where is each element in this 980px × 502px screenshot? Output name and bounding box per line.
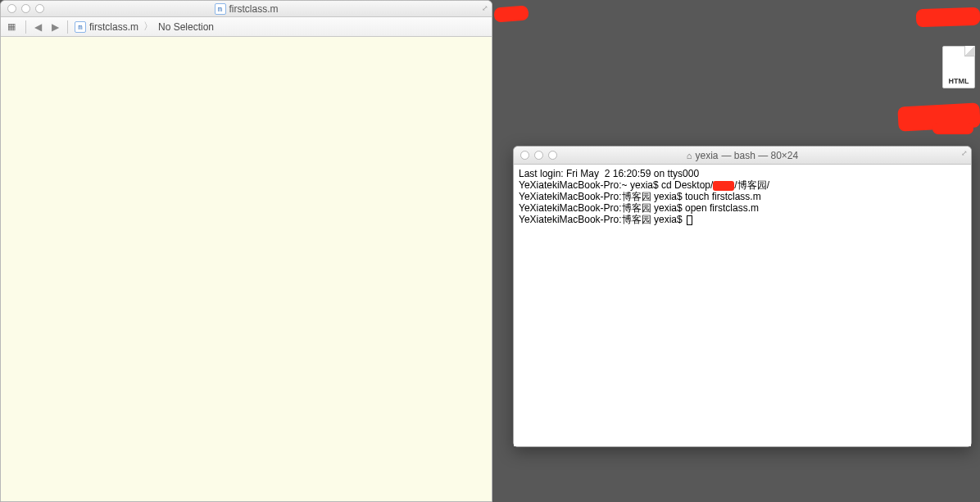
terminal-content-area[interactable]: Last login: Fri May 2 16:20:59 on ttys00… <box>514 165 971 446</box>
breadcrumb-file[interactable]: m firstclass.m <box>71 21 142 33</box>
jump-bar: ▦ ◀ ▶ m firstclass.m 〉 No Selection <box>1 17 492 37</box>
nav-forward-button[interactable]: ▶ <box>47 21 64 33</box>
close-button[interactable] <box>7 4 16 13</box>
fullscreen-icon[interactable]: ⤢ <box>961 149 968 157</box>
desktop-redaction-2 <box>916 7 980 28</box>
close-button[interactable] <box>520 151 529 160</box>
zoom-button[interactable] <box>35 4 44 13</box>
separator <box>67 20 68 34</box>
desktop-redaction-3b <box>932 123 973 134</box>
fullscreen-icon[interactable]: ⤢ <box>482 4 488 12</box>
minimize-button[interactable] <box>534 151 543 160</box>
terminal-title-rest: — bash — 80×24 <box>721 150 798 161</box>
zoom-button[interactable] <box>548 151 557 160</box>
desktop-redaction-1 <box>493 6 529 23</box>
editor-content-area[interactable] <box>1 37 492 501</box>
related-items-icon[interactable]: ▦ <box>7 21 16 32</box>
breadcrumb-selection-label: No Selection <box>158 21 214 33</box>
home-icon: ⌂ <box>687 151 692 161</box>
minimize-button[interactable] <box>21 4 30 13</box>
editor-title-text: firstclass.m <box>229 3 279 15</box>
nav-back-button[interactable]: ◀ <box>29 21 47 33</box>
terminal-line: Last login: Fri May 2 16:20:59 on ttys00… <box>519 168 966 179</box>
editor-window: m firstclass.m ⤢ ▦ ◀ ▶ m firstclass.m 〉 … <box>0 0 492 502</box>
breadcrumb-selection[interactable]: No Selection <box>155 21 217 33</box>
editor-traffic-lights <box>7 4 44 13</box>
terminal-cursor <box>687 215 692 225</box>
chevron-right-icon: 〉 <box>142 20 155 34</box>
terminal-prompt: YeXiatekiMacBook-Pro:博客园 yexia$ <box>519 214 685 225</box>
terminal-text: /博客园/ <box>734 179 769 191</box>
terminal-redaction <box>713 181 734 191</box>
terminal-titlebar[interactable]: ⌂ yexia — bash — 80×24 ⤢ <box>514 147 971 165</box>
terminal-title: ⌂ yexia — bash — 80×24 <box>514 150 971 161</box>
file-type-m-icon: m <box>75 21 86 33</box>
breadcrumb-file-label: firstclass.m <box>89 21 138 33</box>
terminal-line: YeXiatekiMacBook-Pro:博客园 yexia$ <box>519 214 966 225</box>
terminal-text: YeXiatekiMacBook-Pro:~ yexia$ cd Desktop… <box>519 179 713 191</box>
separator <box>25 20 26 34</box>
editor-title: m firstclass.m <box>1 3 492 15</box>
desktop-file-html[interactable]: HTML <box>942 46 975 88</box>
desktop-file-label: HTML <box>949 77 969 85</box>
terminal-line: YeXiatekiMacBook-Pro:博客园 yexia$ open fir… <box>519 202 966 214</box>
terminal-window: ⌂ yexia — bash — 80×24 ⤢ Last login: Fri… <box>513 146 972 447</box>
file-type-m-icon: m <box>215 3 226 15</box>
editor-titlebar[interactable]: m firstclass.m ⤢ <box>1 1 492 17</box>
terminal-title-user: yexia <box>695 150 718 161</box>
terminal-line: YeXiatekiMacBook-Pro:~ yexia$ cd Desktop… <box>519 179 966 191</box>
terminal-line: YeXiatekiMacBook-Pro:博客园 yexia$ touch fi… <box>519 191 966 202</box>
terminal-traffic-lights <box>520 151 557 160</box>
